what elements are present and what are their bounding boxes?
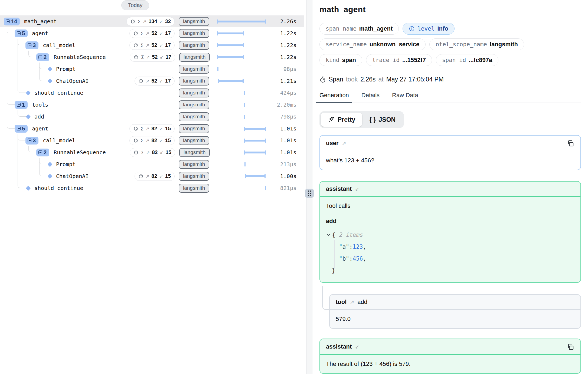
span-name-label: agent (32, 30, 48, 37)
collapse-icon (6, 19, 10, 23)
trace-row-RunnableSequence[interactable]: 2RunnableSequenceΣ↗52↙17langsmith1.22s (0, 51, 304, 63)
input-tokens-arrow-icon: ↗ (146, 55, 150, 60)
output-tokens-arrow-icon: ↙ (159, 126, 163, 131)
metadata-pill-kind: kindspan (319, 54, 362, 66)
trace-row-tools[interactable]: 1toolslangsmith2.20ms (0, 99, 304, 111)
pill-value: langsmith (490, 41, 518, 48)
collapse-badge[interactable]: 5 (15, 125, 28, 133)
trace-row-ChatOpenAI[interactable]: ChatOpenAI↗52↙17langsmith1.21s (0, 75, 304, 87)
project-tag: langsmith (179, 184, 209, 193)
trace-row-should_continue[interactable]: should_continuelangsmith821µs (0, 182, 304, 194)
nested-tool-wrapper: tool↗add579.0 (329, 294, 581, 329)
tree-guide-line (7, 87, 7, 99)
project-tag: langsmith (179, 65, 209, 74)
span-name-label: tools (32, 101, 48, 108)
collapse-badge[interactable]: 14 (4, 18, 20, 25)
project-tag: langsmith (179, 100, 209, 109)
waterfall-cell (217, 146, 267, 158)
token-coin-icon (133, 150, 139, 155)
collapse-badge[interactable]: 2 (36, 53, 49, 61)
message-card-assistant: assistant↙The result of (123 + 456) is 5… (319, 339, 581, 374)
trace-row-Prompt[interactable]: Promptlangsmith213µs (0, 158, 304, 170)
trace-row-call_model[interactable]: 3call_modelΣ↗52↙17langsmith1.22s (0, 39, 304, 51)
duration-bar (217, 32, 244, 34)
collapse-badge[interactable]: 1 (15, 101, 28, 109)
tree-elbow-line (28, 146, 37, 152)
collapse-badge[interactable]: 3 (25, 41, 38, 49)
span-name-label: ChatOpenAI (56, 173, 89, 179)
trace-row-ChatOpenAI[interactable]: ChatOpenAI↗82↙15langsmith1.00s (0, 170, 304, 182)
tag-column: langsmith (179, 124, 214, 133)
trace-row-should_continue[interactable]: should_continuelangsmith424µs (0, 87, 304, 99)
span-name-label: should_continue (34, 185, 83, 191)
metadata-pill-trace_id: trace_id...1552f7 (366, 54, 432, 66)
span-name-label: RunnableSequence (54, 149, 106, 156)
duration-label: 213µs (267, 161, 296, 168)
trace-row-math_agent[interactable]: 14math_agentΣ↗134↙32langsmith2.26s (0, 15, 304, 27)
tag-column: langsmith (179, 77, 214, 86)
duration-bar (217, 56, 244, 58)
trace-row-call_model[interactable]: 3call_modelΣ↗82↙15langsmith1.01s (0, 134, 304, 146)
collapse-badge[interactable]: 5 (15, 29, 28, 37)
toggle-label: JSON (379, 116, 396, 123)
toggle-json[interactable]: { }JSON (362, 113, 403, 127)
date-group-pill: Today (121, 0, 149, 10)
message-role-label: tool (336, 298, 347, 306)
output-tokens-arrow-icon: ↙ (159, 174, 163, 179)
tab-raw-data[interactable]: Raw Data (389, 92, 422, 103)
output-tokens-value: 15 (166, 149, 171, 155)
trace-row-RunnableSequence[interactable]: 2RunnableSequenceΣ↗82↙15langsmith1.01s (0, 146, 304, 158)
trace-row-Prompt[interactable]: Promptlangsmith98µs (0, 63, 304, 75)
trace-row-add[interactable]: addlangsmith798µs (0, 111, 304, 123)
duration-label: 1.01s (267, 149, 296, 156)
output-tokens-arrow-icon: ↙ (159, 19, 163, 24)
output-tokens-value: 15 (165, 126, 171, 132)
chevron-down-icon[interactable] (326, 232, 331, 237)
token-coin-icon (133, 126, 138, 131)
span-name-label: agent (32, 125, 48, 132)
waterfall-cell (217, 158, 267, 170)
tree-guide-line (7, 75, 7, 87)
duration-label: 798µs (267, 113, 296, 120)
input-tokens-arrow-icon: ↗ (146, 78, 149, 84)
duration-tick (244, 115, 245, 119)
message-header: assistant↙ (320, 339, 580, 355)
span-name-label: Prompt (56, 161, 76, 168)
output-tokens-value: 32 (165, 18, 171, 24)
output-tokens-value: 17 (165, 78, 171, 84)
collapse-icon (17, 103, 21, 107)
input-tokens-arrow-icon: ↗ (146, 126, 149, 131)
message-list: user↗what's 123 + 456?assistant↙Tool cal… (319, 135, 581, 374)
tab-generation[interactable]: Generation (316, 92, 352, 103)
tree-guide-line (18, 146, 18, 158)
tab-details[interactable]: Details (358, 92, 383, 103)
sigma-icon: Σ (141, 31, 143, 36)
waterfall-cell (217, 170, 267, 182)
project-tag: langsmith (179, 160, 209, 169)
copy-button[interactable] (567, 139, 574, 147)
tree-guide-line (18, 170, 18, 182)
input-tokens-value: 82 (152, 149, 158, 155)
tokens-column: Σ↗82↙15 (106, 148, 175, 157)
tag-column: langsmith (179, 136, 214, 145)
pill-key: span_name (326, 25, 357, 32)
panel-resize-gutter[interactable] (306, 0, 312, 374)
collapse-badge[interactable]: 2 (36, 149, 49, 156)
toggle-pretty[interactable]: Pretty (321, 113, 362, 127)
span-name-label: should_continue (34, 90, 83, 96)
waterfall-cell (217, 182, 267, 194)
tree-guide-line (18, 63, 18, 75)
open-brace: { (332, 232, 335, 238)
trace-row-agent[interactable]: 5agentΣ↗52↙17langsmith1.22s (0, 27, 304, 39)
collapse-icon (28, 43, 31, 47)
tag-column: langsmith (179, 100, 214, 109)
project-tag: langsmith (179, 112, 209, 121)
tree-guide-line (7, 63, 7, 75)
metadata-pill-row: service_nameunknown_serviceotel_scope_na… (319, 38, 581, 50)
tag-column: langsmith (179, 160, 214, 169)
collapse-badge[interactable]: 3 (25, 137, 38, 145)
trace-row-agent[interactable]: 5agentΣ↗82↙15langsmith1.01s (0, 123, 304, 134)
duration-bar (218, 80, 243, 82)
duration-label: 821µs (267, 185, 296, 191)
copy-button[interactable] (567, 343, 574, 350)
